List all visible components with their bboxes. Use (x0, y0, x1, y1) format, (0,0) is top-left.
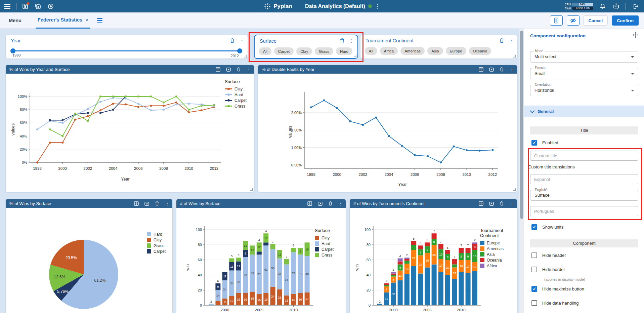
preview-icon[interactable] (47, 2, 55, 10)
export-image-icon[interactable] (226, 67, 231, 72)
legend-item[interactable]: Hard (225, 92, 247, 97)
slider-knob-max[interactable] (237, 48, 242, 53)
enabled-checkbox[interactable] (531, 140, 537, 146)
hide-header-checkbox[interactable] (531, 252, 537, 258)
kebab-icon[interactable]: ⋮ (240, 38, 244, 43)
hide-border-checkbox[interactable] (531, 267, 537, 272)
filter-chip[interactable]: Grass (315, 47, 333, 55)
legend-item[interactable]: Carpet (147, 248, 166, 254)
export-image-icon[interactable] (318, 201, 323, 206)
hamburger-menu-icon[interactable] (3, 2, 11, 10)
filter-chip[interactable]: Hard (336, 47, 352, 55)
display-mode-button[interactable] (550, 15, 563, 26)
filter-chip[interactable]: All (365, 47, 377, 55)
spanish-title-input[interactable] (530, 174, 638, 184)
trash-icon[interactable] (155, 201, 159, 206)
hide-data-handling-checkbox[interactable] (531, 300, 537, 306)
legend-item[interactable]: Africa (480, 263, 517, 269)
hide-maximize-checkbox[interactable] (531, 286, 537, 292)
slider-knob-min[interactable] (10, 48, 15, 53)
legend-item[interactable]: Clay (225, 86, 247, 92)
filter-chip[interactable]: Asia (427, 47, 443, 55)
kebab-icon[interactable]: ⋮ (165, 201, 170, 206)
format-select[interactable]: Format Small (530, 68, 638, 79)
legend-item[interactable]: Carpet (225, 97, 247, 103)
table-view-icon[interactable] (134, 201, 139, 206)
portuguese-title-input[interactable] (530, 206, 638, 216)
tabs-list-icon[interactable] (97, 18, 102, 23)
enabled-checkbox-row[interactable]: Enabled (531, 140, 558, 146)
trash-icon[interactable] (230, 38, 235, 43)
scrollbar-thumb[interactable] (520, 31, 523, 219)
legend-item[interactable]: Europe (480, 240, 517, 246)
kebab-icon[interactable]: ⋮ (338, 201, 343, 206)
orientation-select[interactable]: Orientation Horizontal (530, 85, 638, 96)
filter-chip[interactable]: Carpet (274, 47, 294, 55)
legend-item[interactable]: Clay (315, 235, 334, 241)
export-image-icon[interactable] (489, 201, 494, 206)
kebab-icon[interactable]: ⋮ (247, 67, 251, 72)
filter-chip[interactable]: Africa (380, 47, 398, 55)
trash-icon[interactable] (500, 201, 504, 206)
notifications-bell-icon[interactable] (599, 2, 607, 10)
kebab-icon[interactable]: ⋮ (509, 38, 514, 43)
legend-item[interactable]: Clay (147, 237, 166, 243)
save-all-icon[interactable] (34, 2, 42, 10)
table-view-icon[interactable] (216, 67, 220, 72)
hide-data-handling-checkbox-row[interactable]: Hide data handling (531, 300, 578, 306)
filter-chip[interactable]: Clay (296, 47, 312, 55)
filter-chip[interactable]: All (259, 47, 271, 55)
table-view-icon[interactable] (479, 201, 483, 206)
custom-title-input[interactable] (530, 151, 638, 161)
general-section-toggle[interactable]: General (524, 106, 644, 117)
resize-handle[interactable] (513, 55, 516, 57)
legend-item[interactable]: Americas (480, 246, 517, 251)
legend-item[interactable]: Asia (480, 251, 517, 257)
filter-chip[interactable]: Europe (446, 47, 466, 55)
resize-handle[interactable] (244, 55, 247, 57)
trash-icon[interactable] (500, 67, 504, 72)
year-range-slider[interactable] (12, 50, 241, 51)
tab-close-icon[interactable]: × (86, 17, 88, 23)
show-units-checkbox-row[interactable]: Show units (531, 224, 564, 230)
legend-item[interactable]: Carpet (315, 246, 334, 252)
hide-preview-button[interactable] (567, 15, 579, 26)
trash-icon[interactable] (340, 38, 345, 43)
trash-icon[interactable] (328, 201, 333, 206)
assistant-bot-icon[interactable] (612, 2, 620, 10)
legend-item[interactable]: Grass (147, 243, 166, 248)
legend-item[interactable]: Grass (225, 103, 247, 109)
vertical-scrollbar[interactable] (519, 29, 524, 313)
show-units-checkbox[interactable] (531, 224, 537, 230)
kebab-icon[interactable]: ⋮ (510, 201, 514, 206)
kebab-icon[interactable]: ⋮ (510, 67, 514, 72)
trash-icon[interactable] (499, 38, 504, 43)
table-view-icon[interactable] (307, 201, 312, 206)
app-kebab-icon[interactable]: ⋮ (375, 4, 380, 9)
filter-chip[interactable]: Americas (400, 47, 425, 55)
move-panel-icon[interactable] (633, 32, 639, 39)
logout-icon[interactable] (631, 2, 639, 10)
resize-handle[interactable] (354, 54, 356, 57)
mode-select[interactable]: Mode Multi select (530, 51, 638, 63)
legend-item[interactable]: Grass (315, 252, 334, 258)
tab-federers-statistics[interactable]: Federer's Statistics × (36, 12, 90, 29)
chart-header: % of Wins by Year and Surface ⋮ (6, 65, 254, 74)
filter-chip[interactable]: Oceania (469, 47, 491, 55)
trash-icon[interactable] (237, 67, 241, 72)
confirm-button[interactable]: Confirm (612, 15, 639, 26)
legend-item[interactable]: Hard (315, 241, 334, 246)
export-image-icon[interactable] (489, 67, 494, 72)
export-image-icon[interactable] (144, 201, 149, 206)
hide-header-checkbox-row[interactable]: Hide header (531, 252, 566, 258)
hide-maximize-checkbox-row[interactable]: Hide maximize button (531, 286, 584, 292)
legend-item[interactable]: Hard (147, 231, 166, 237)
save-icon[interactable] (21, 2, 29, 10)
legend-item[interactable]: Oceania (480, 257, 517, 263)
menu-button[interactable]: Menu (9, 18, 22, 23)
cancel-button[interactable]: Cancel (584, 15, 608, 26)
kebab-icon[interactable]: ⋮ (349, 38, 354, 43)
hide-border-checkbox-row[interactable]: Hide border (531, 267, 565, 272)
table-view-icon[interactable] (479, 67, 483, 72)
english-title-field[interactable]: English* Surface (530, 190, 638, 201)
